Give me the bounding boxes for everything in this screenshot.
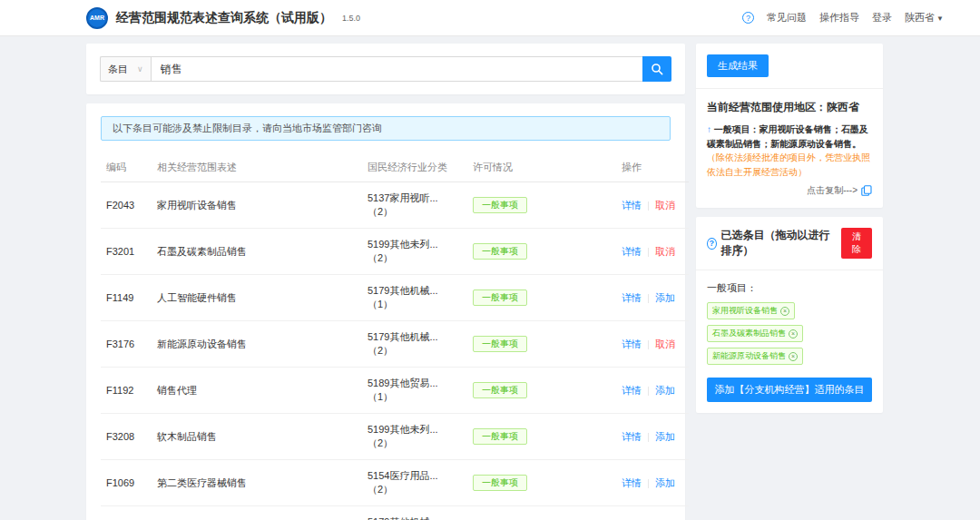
tag-remove-icon[interactable]: ×: [789, 352, 798, 361]
cancel-link[interactable]: 取消: [655, 338, 675, 349]
selected-tag[interactable]: 石墨及碳素制品销售×: [707, 325, 803, 342]
select-caret-icon: ∨: [137, 64, 143, 74]
search-category-select[interactable]: 条目 ∨: [100, 56, 151, 82]
action-divider: [648, 201, 649, 211]
license-tag: 一般事项: [473, 475, 527, 491]
add-link[interactable]: 添加: [655, 292, 675, 303]
restriction-notice: 以下条目可能涉及禁止限制目录，请向当地市场监管部门咨询: [101, 116, 671, 141]
table-row: F1149 人工智能硬件销售 5179其他机械...（1） 一般事项 详情添加: [101, 275, 689, 321]
row-industry: 5199其他未列...（2）: [362, 414, 467, 460]
table-row: F1192 销售代理 5189其他贸易...（1） 一般事项 详情添加: [101, 368, 689, 414]
col-header-license: 许可情况: [467, 153, 616, 182]
detail-link[interactable]: 详情: [622, 477, 642, 488]
add-branch-items-button[interactable]: 添加【分支机构经营】适用的条目: [707, 378, 872, 402]
row-industry: 5154医疗用品...（2）: [362, 460, 467, 506]
cancel-link[interactable]: 取消: [655, 246, 675, 257]
row-code: F1192: [101, 368, 152, 414]
row-code: F2043: [101, 182, 152, 229]
divider: [696, 270, 883, 270]
selected-tag-label: 家用视听设备销售: [712, 305, 778, 317]
detail-link[interactable]: 详情: [622, 292, 642, 303]
license-tag: 一般事项: [473, 336, 527, 352]
results-table: 编码 相关经营范围表述 国民经济行业分类 许可情况 操作 F2043 家用视听设…: [101, 153, 689, 520]
tag-remove-icon[interactable]: ×: [780, 307, 789, 316]
detail-link[interactable]: 详情: [622, 385, 642, 396]
action-divider: [648, 248, 649, 257]
selected-tag-label: 新能源原动设备销售: [712, 350, 786, 362]
table-row: F3201 石墨及碳素制品销售 5199其他未列...（2） 一般事项 详情取消: [101, 229, 689, 275]
selected-items-panel: ? 已选条目（拖动以进行排序） 清 除 一般项目： 家用视听设备销售×石墨及碳素…: [696, 217, 883, 413]
generate-result-button[interactable]: 生成结果: [707, 54, 769, 77]
row-industry: 5179其他机械...（2）: [362, 321, 467, 368]
region-title: 当前经营范围使用地区：陕西省: [707, 100, 872, 115]
col-header-code: 编码: [101, 153, 152, 182]
selected-tag[interactable]: 新能源原动设备销售×: [707, 348, 803, 365]
tag-remove-icon[interactable]: ×: [789, 329, 798, 338]
region-selector[interactable]: 陕西省▼: [905, 11, 944, 25]
copy-label[interactable]: 点击复制--->: [807, 184, 858, 197]
caret-down-icon: ▼: [936, 15, 944, 23]
table-row: F2043 家用视听设备销售 5137家用视听...（2） 一般事项 详情取消: [101, 182, 689, 229]
row-code: F3201: [101, 229, 152, 275]
license-tag: 一般事项: [473, 428, 527, 445]
detail-link[interactable]: 详情: [622, 200, 642, 211]
selected-tag-label: 石墨及碳素制品销售: [712, 328, 786, 339]
nav-login[interactable]: 登录: [872, 11, 892, 25]
app-title: 经营范围规范表述查询系统（试用版）: [116, 10, 332, 26]
app-logo-icon: AMR: [86, 7, 108, 29]
selected-panel-title: 已选条目（拖动以进行排序）: [721, 228, 832, 259]
divider: [696, 88, 883, 89]
detail-link[interactable]: 详情: [622, 431, 642, 442]
row-desc: 石墨及碳素制品销售: [152, 229, 362, 275]
help-circle-icon[interactable]: ?: [742, 12, 754, 24]
table-row: F1069 第二类医疗器械销售 5154医疗用品...（2） 一般事项 详情添加: [101, 460, 689, 506]
search-button[interactable]: [642, 56, 671, 82]
arrow-up-icon: ↑: [707, 124, 711, 134]
add-link[interactable]: 添加: [655, 477, 675, 488]
row-industry: 5189其他贸易...（1）: [362, 368, 467, 414]
results-card: 以下条目可能涉及禁止限制目录，请向当地市场监管部门咨询 编码 相关经营范围表述 …: [86, 103, 685, 520]
app-header: AMR 经营范围规范表述查询系统（试用版） 1.5.0 ? 常见问题 操作指导 …: [0, 0, 980, 36]
cancel-link[interactable]: 取消: [655, 200, 675, 211]
row-industry: 5179其他机械...（2）: [362, 506, 467, 520]
row-industry: 5137家用视听...（2）: [362, 182, 467, 229]
row-industry: 5199其他未列...（2）: [362, 229, 467, 275]
copy-icon[interactable]: [861, 185, 872, 196]
row-desc: 销售代理: [152, 368, 362, 414]
clear-button[interactable]: 清 除: [841, 228, 872, 259]
action-divider: [648, 340, 649, 349]
row-code: F1069: [101, 460, 152, 506]
license-tag: 一般事项: [473, 289, 527, 306]
row-desc: 家用视听设备销售: [152, 182, 362, 229]
row-desc: 矿山机械销售: [152, 506, 362, 520]
add-link[interactable]: 添加: [655, 431, 675, 442]
generate-result-panel: 生成结果 当前经营范围使用地区：陕西省 ↑ 一般项目：家用视听设备销售；石墨及碳…: [696, 44, 883, 208]
col-header-action: 操作: [616, 153, 689, 182]
row-code: F3208: [101, 414, 152, 460]
license-tag: 一般事项: [473, 243, 527, 260]
row-desc: 软木制品销售: [152, 414, 362, 460]
detail-link[interactable]: 详情: [622, 338, 642, 349]
question-circle-icon[interactable]: ?: [707, 238, 717, 250]
search-card: 条目 ∨: [86, 44, 685, 94]
table-row: F3208 软木制品销售 5199其他未列...（2） 一般事项 详情添加: [101, 414, 689, 460]
region-label: 陕西省: [905, 12, 935, 23]
search-icon: [651, 63, 663, 75]
table-body: F2043 家用视听设备销售 5137家用视听...（2） 一般事项 详情取消 …: [101, 182, 689, 520]
search-input[interactable]: [151, 56, 642, 82]
col-header-industry: 国民经济行业分类: [362, 153, 467, 182]
action-divider: [648, 294, 649, 303]
detail-link[interactable]: 详情: [622, 246, 642, 257]
table-row: F3176 新能源原动设备销售 5179其他机械...（2） 一般事项 详情取消: [101, 321, 689, 368]
nav-faq[interactable]: 常见问题: [767, 11, 807, 25]
scope-text: 一般项目：家用视听设备销售；石墨及碳素制品销售；新能源原动设备销售。: [707, 124, 868, 149]
add-link[interactable]: 添加: [655, 385, 675, 396]
action-divider: [648, 479, 649, 488]
row-desc: 新能源原动设备销售: [152, 321, 362, 368]
nav-guide[interactable]: 操作指导: [819, 11, 859, 25]
row-desc: 人工智能硬件销售: [152, 275, 362, 321]
col-header-desc: 相关经营范围表述: [152, 153, 362, 182]
selected-tag[interactable]: 家用视听设备销售×: [707, 302, 795, 319]
app-version: 1.5.0: [342, 14, 360, 23]
action-divider: [648, 433, 649, 442]
